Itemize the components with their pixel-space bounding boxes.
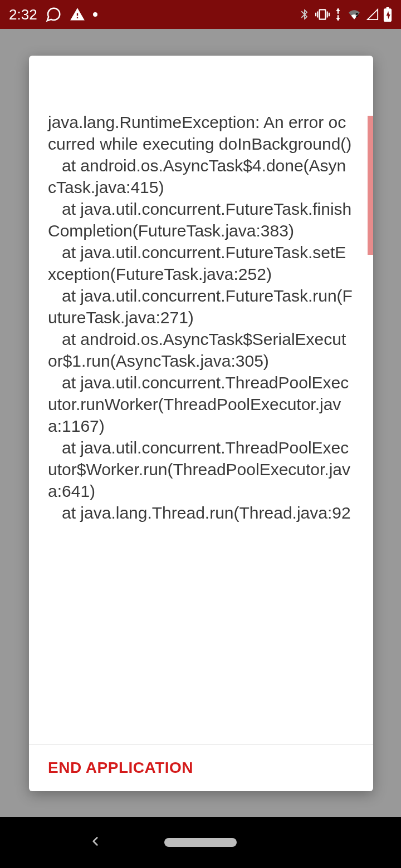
error-dialog: java.lang.RuntimeException: An error occ… bbox=[29, 56, 373, 791]
signal-icon bbox=[366, 8, 379, 21]
status-left: 2:32 bbox=[9, 6, 97, 23]
warning-icon bbox=[70, 7, 85, 22]
stacktrace-text: java.lang.RuntimeException: An error occ… bbox=[48, 111, 354, 524]
back-button[interactable] bbox=[88, 834, 102, 851]
end-application-button[interactable]: END APPLICATION bbox=[48, 759, 354, 777]
scrollbar[interactable] bbox=[368, 116, 373, 255]
whatsapp-icon bbox=[45, 6, 62, 23]
navigation-bar bbox=[0, 817, 401, 868]
svg-text:5: 5 bbox=[355, 12, 359, 18]
dialog-body[interactable]: java.lang.RuntimeException: An error occ… bbox=[29, 56, 373, 744]
notification-dot-icon bbox=[93, 12, 97, 17]
wifi-icon: 5 bbox=[346, 8, 362, 21]
vibrate-icon bbox=[315, 7, 330, 22]
data-icon bbox=[334, 8, 342, 21]
dialog-footer: END APPLICATION bbox=[29, 744, 373, 791]
clock: 2:32 bbox=[9, 6, 37, 23]
battery-charging-icon bbox=[383, 7, 392, 22]
content-area: java.lang.RuntimeException: An error occ… bbox=[0, 29, 401, 817]
home-gesture-pill[interactable] bbox=[164, 838, 237, 847]
status-right: 5 bbox=[299, 7, 392, 22]
status-bar: 2:32 bbox=[0, 0, 401, 29]
bluetooth-icon bbox=[299, 8, 311, 21]
